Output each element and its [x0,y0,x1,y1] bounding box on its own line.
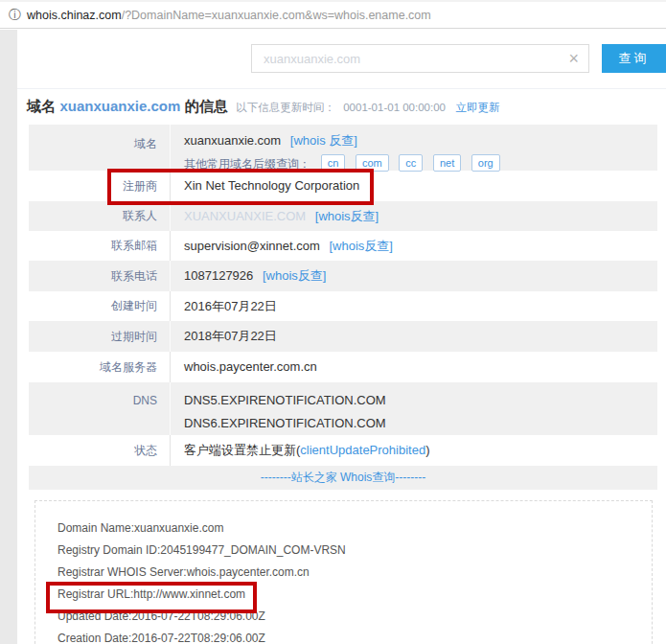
whois-server-value: whois.paycenter.com.cn [171,352,657,382]
clear-icon[interactable]: × [559,50,588,67]
browser-address-bar[interactable]: ⓘ whois.chinaz.com/?DomainName=xuanxuanx… [0,0,666,29]
table-row-expired: 过期时间 2018年07月22日 [29,321,657,352]
row-label: 状态 [29,435,171,466]
url-host: whois.chinaz.com [27,9,122,22]
raw-line-updated-date: Updated Date:2016-07-22T08:29:06.00Z [57,606,652,628]
domain-search-box: × [251,44,589,73]
table-row-whois-server: 域名服务器 whois.paycenter.com.cn [29,352,657,382]
raw-line-registry-id: Registry Domain ID:2045199477_DOMAIN_COM… [57,540,652,562]
title-domain: xuanxuanxie.com [59,98,180,114]
row-label: 联系电话 [29,261,171,291]
table-row-email: 联系邮箱 supervision@xinnet.com [whois反查] [29,231,657,261]
suffix-query-label: 其他常用域名后缀查询： [184,157,310,171]
created-value: 2016年07月22日 [171,291,657,321]
row-label: 注册商 [29,171,171,201]
row-label: 创建时间 [29,291,171,321]
table-row-created: 创建时间 2016年07月22日 [29,291,657,321]
table-row-dns: DNS DNS5.EXPIRENOTIFICATION.COM DNS6.EXP… [29,382,657,435]
email-value: supervision@xinnet.com [184,239,320,253]
page-title: 域名 xuanxuanxie.com 的信息 以下信息更新时间： 0001-01… [27,98,499,116]
domain-search-input[interactable] [252,45,559,72]
status-suffix: ) [425,443,429,457]
whois-reverse-link[interactable]: [whois反查] [263,268,326,283]
query-button[interactable]: 查询 [602,44,666,73]
title-suffix: 的信息 [185,98,228,114]
registrar-value: Xin Net Technology Corporation [171,171,657,201]
row-label: 域名服务器 [29,352,171,382]
table-row-phone: 联系电话 1087127926 [whois反查] [29,261,657,291]
suffix-chip-com[interactable]: com [356,154,389,172]
whois-info-table: 域名 xuanxuanxie.com [whois 反查] 其他常用域名后缀查询… [29,125,657,490]
suffix-chip-cn[interactable]: cn [321,154,346,172]
update-time-label: 以下信息更新时间： [236,102,335,113]
page-left-margin [0,30,17,644]
whois-reverse-link[interactable]: [whois反查] [329,239,392,253]
row-label: 过期时间 [29,321,171,352]
table-row-registrar: 注册商 Xin Net Technology Corporation [29,171,657,201]
table-row-contact: 联系人 XUANXUANXIE.COM [whois反查] [29,201,657,231]
update-time-value: 0001-01-01 00:00:00 [343,102,446,113]
phone-value: 1087127926 [184,268,253,283]
row-label: 域名 [29,125,171,171]
domain-value-line: xuanxuanxie.com [whois 反查] [184,129,657,152]
dns-value-1: DNS5.EXPIRENOTIFICATION.COM [184,389,657,412]
table-row-domain: 域名 xuanxuanxie.com [whois 反查] 其他常用域名后缀查询… [29,125,657,171]
row-label: DNS [29,382,171,435]
whois-source-divider: --------站长之家 Whois查询-------- [29,466,657,490]
whois-reverse-link[interactable]: [whois 反查] [290,133,357,148]
info-icon: ⓘ [9,7,21,24]
domain-value: xuanxuanxie.com [184,133,281,148]
contact-value: XUANXUANXIE.COM [184,209,306,223]
suffix-chip-org[interactable]: org [471,154,500,172]
expired-value: 2018年07月22日 [171,321,657,352]
suffix-chip-net[interactable]: net [433,154,461,172]
suffix-chip-cc[interactable]: cc [399,154,423,172]
whois-reverse-link[interactable]: [whois反查] [315,209,379,223]
refresh-now-link[interactable]: 立即更新 [455,102,499,113]
raw-line-domain-name: Domain Name:xuanxuanxie.com [57,518,652,540]
raw-line-creation-date: Creation Date:2016-07-22T08:29:06.00Z [57,628,652,644]
section-divider [17,88,666,89]
url-path: /?DomainName=xuanxuanxie.com&ws=whois.en… [122,9,431,22]
row-label: 联系人 [29,201,171,231]
table-row-status: 状态 客户端设置禁止更新(clientUpdateProhibited) [29,435,657,466]
status-link[interactable]: clientUpdateProhibited [300,443,425,457]
row-label: 联系邮箱 [29,231,171,261]
raw-line-whois-server: Registrar WHOIS Server:whois.paycenter.c… [57,562,652,584]
raw-line-registrar-url: Registrar URL:http://www.xinnet.com [57,584,652,606]
whois-source-text: --------站长之家 Whois查询-------- [261,471,426,484]
status-prefix: 客户端设置禁止更新( [184,443,300,457]
dns-value-2: DNS6.EXPIRENOTIFICATION.COM [184,412,657,435]
raw-whois-box: Domain Name:xuanxuanxie.com Registry Dom… [34,500,653,644]
title-prefix: 域名 [27,98,56,114]
